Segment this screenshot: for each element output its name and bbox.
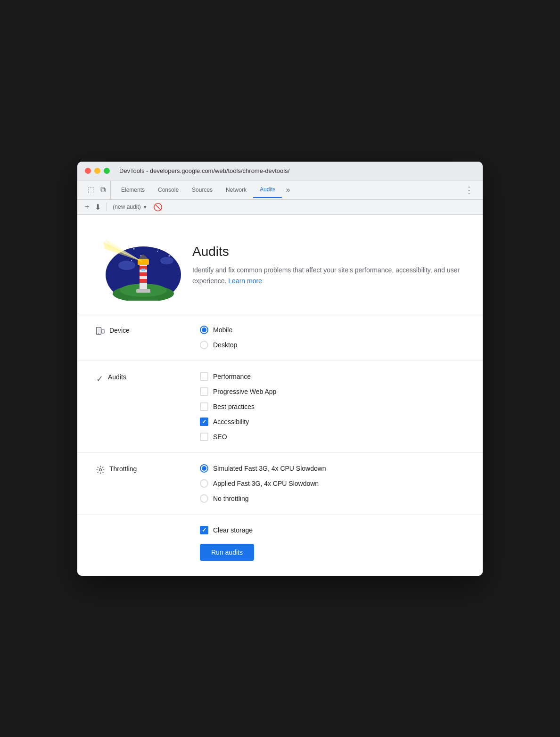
audit-selector[interactable]: (new audit) ▼ [113,204,147,210]
tab-elements[interactable]: Elements [115,182,151,197]
audit-performance-checkbox[interactable] [200,372,208,381]
subtoolbar: + ⬇ (new audit) ▼ 🚫 [77,200,483,215]
throttling-simulated-option[interactable]: Simulated Fast 3G, 4x CPU Slowdown [200,464,464,473]
devtools-window: DevTools - developers.google.com/web/too… [77,162,483,576]
audit-seo-option[interactable]: SEO [200,433,464,441]
tab-network[interactable]: Network [219,182,253,197]
bottom-section: Clear storage Run audits [77,515,483,576]
hero-text: Audits Identify and fix common problems … [192,244,464,286]
main-content: Audits Identify and fix common problems … [77,215,483,576]
throttling-options: Simulated Fast 3G, 4x CPU Slowdown Appli… [200,464,464,503]
audit-seo-checkbox[interactable] [200,433,208,441]
device-icon[interactable]: ⧉ [99,185,107,195]
gear-icon [96,466,105,476]
audit-accessibility-option[interactable]: Accessibility [200,418,464,426]
audit-pwa-option[interactable]: Progressive Web App [200,387,464,396]
svg-point-9 [118,261,135,270]
svg-rect-16 [140,279,147,283]
tab-tools: ⬚ ⧉ [83,180,111,199]
svg-rect-22 [136,289,150,293]
tab-console[interactable]: Console [151,182,185,197]
device-mobile-radio[interactable] [200,326,208,334]
hero-description: Identify and fix common problems that af… [192,265,464,286]
throttling-applied-radio[interactable] [200,479,208,488]
add-audit-icon[interactable]: + [85,203,89,211]
more-tabs-button[interactable]: » [282,181,294,198]
throttling-label: Throttling [109,465,137,473]
clear-storage-option[interactable]: Clear storage [200,526,464,534]
throttling-section: Throttling Simulated Fast 3G, 4x CPU Slo… [77,453,483,515]
checkmark-icon: ✓ [96,374,103,384]
svg-point-10 [160,257,173,264]
device-label-container: Device [96,326,200,349]
device-mobile-option[interactable]: Mobile [200,326,464,334]
svg-point-6 [169,255,170,256]
window-title: DevTools - developers.google.com/web/too… [119,167,289,174]
svg-rect-21 [141,269,145,271]
svg-rect-24 [98,328,100,332]
throttling-none-option[interactable]: No throttling [200,494,464,503]
device-desktop-option[interactable]: Desktop [200,341,464,349]
device-icon [96,327,105,339]
throttling-simulated-radio[interactable] [200,464,208,473]
audit-pwa-checkbox[interactable] [200,387,208,396]
svg-rect-15 [140,272,147,276]
hero-section: Audits Identify and fix common problems … [77,215,483,314]
device-section: Device Mobile Desktop [77,314,483,361]
svg-point-5 [131,260,132,261]
close-button[interactable] [85,168,91,174]
svg-rect-26 [102,329,104,333]
download-icon[interactable]: ⬇ [95,203,101,212]
tabbar: ⬚ ⧉ Elements Console Sources Network Aud… [77,180,483,200]
clear-storage-checkbox[interactable] [200,526,208,534]
audits-options: Performance Progressive Web App Best pra… [200,372,464,441]
stop-icon[interactable]: 🚫 [153,203,163,212]
maximize-button[interactable] [104,168,110,174]
minimize-button[interactable] [94,168,100,174]
audits-label-container: ✓ Audits [96,372,200,441]
hero-title: Audits [192,244,464,259]
devtools-menu-button[interactable]: ⋮ [461,180,477,199]
svg-point-2 [148,244,148,245]
audit-accessibility-checkbox[interactable] [200,418,208,426]
tab-sources[interactable]: Sources [185,182,219,197]
tab-audits[interactable]: Audits [253,182,282,198]
device-label: Device [109,327,130,334]
audits-label: Audits [108,373,126,381]
traffic-lights [85,168,110,174]
audit-performance-option[interactable]: Performance [200,372,464,381]
audit-select-label: (new audit) [113,204,140,210]
audit-bestpractices-option[interactable]: Best practices [200,402,464,411]
device-options: Mobile Desktop [200,326,464,349]
audit-bestpractices-checkbox[interactable] [200,402,208,411]
run-audits-button[interactable]: Run audits [200,544,254,561]
lighthouse-illustration [96,230,181,301]
cursor-icon[interactable]: ⬚ [87,184,96,195]
svg-point-4 [157,251,158,252]
throttling-applied-option[interactable]: Applied Fast 3G, 4x CPU Slowdown [200,479,464,488]
subtoolbar-divider [107,203,107,211]
svg-point-1 [133,248,135,249]
device-desktop-radio[interactable] [200,341,208,349]
throttling-label-container: Throttling [96,464,200,503]
learn-more-link[interactable]: Learn more [228,277,262,285]
audits-section: ✓ Audits Performance Progressive Web App… [77,361,483,453]
chevron-down-icon: ▼ [143,205,148,210]
titlebar: DevTools - developers.google.com/web/too… [77,162,483,180]
svg-point-25 [98,333,99,334]
throttling-none-radio[interactable] [200,494,208,503]
bottom-options: Clear storage Run audits [200,526,464,561]
